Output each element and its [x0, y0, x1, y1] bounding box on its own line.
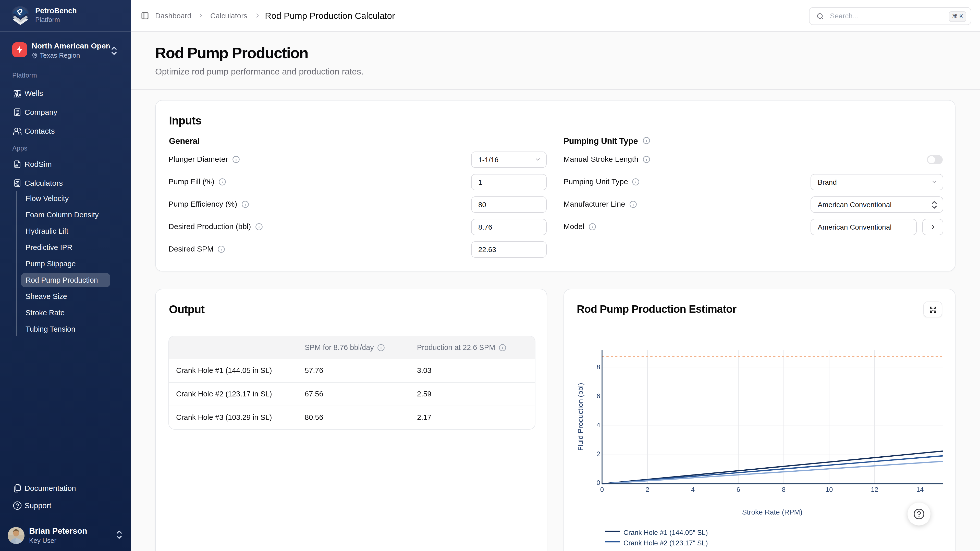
svg-text:0: 0 — [600, 486, 604, 493]
svg-text:4: 4 — [691, 486, 695, 493]
svg-text:8: 8 — [597, 363, 600, 371]
svg-text:4: 4 — [597, 421, 600, 429]
svg-text:2: 2 — [646, 486, 649, 493]
svg-text:Fluid Production (bbl): Fluid Production (bbl) — [576, 383, 584, 451]
svg-text:Crank Hole #3 (103.29" SL): Crank Hole #3 (103.29" SL) — [624, 550, 708, 551]
svg-text:Crank Hole #1 (144.05" SL): Crank Hole #1 (144.05" SL) — [624, 529, 708, 537]
svg-text:8: 8 — [782, 486, 786, 493]
svg-text:Crank Hole #2 (123.17" SL): Crank Hole #2 (123.17" SL) — [624, 539, 708, 547]
svg-text:6: 6 — [597, 392, 600, 400]
svg-text:0: 0 — [597, 479, 600, 486]
svg-text:2: 2 — [597, 450, 600, 457]
svg-text:12: 12 — [871, 486, 878, 493]
svg-text:Stroke Rate (RPM): Stroke Rate (RPM) — [742, 508, 803, 516]
svg-text:6: 6 — [737, 486, 740, 493]
svg-text:10: 10 — [826, 486, 833, 493]
svg-text:14: 14 — [916, 486, 924, 493]
